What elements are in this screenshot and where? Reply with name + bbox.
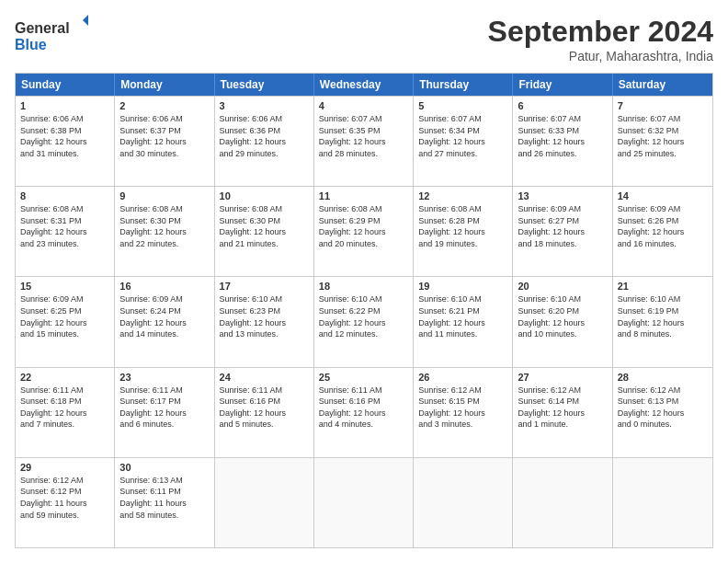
day-6: 6Sunrise: 6:07 AMSunset: 6:33 PMDaylight… [513,97,612,186]
day-number: 8 [20,190,109,201]
calendar-row-4: 29Sunrise: 6:12 AMSunset: 6:12 PMDayligh… [16,457,712,547]
day-number: 29 [20,462,109,473]
day-info: Sunrise: 6:11 AMSunset: 6:17 PMDaylight:… [119,385,209,431]
page: General Blue September 2024 Patur, Mahar… [0,0,728,563]
day-info: Sunrise: 6:10 AMSunset: 6:20 PMDaylight:… [518,293,607,339]
day-5: 5Sunrise: 6:07 AMSunset: 6:34 PMDaylight… [414,97,513,186]
day-empty [215,458,314,547]
day-number: 4 [319,100,408,111]
day-number: 16 [119,281,209,292]
day-info: Sunrise: 6:09 AMSunset: 6:25 PMDaylight:… [20,293,109,339]
day-number: 27 [518,372,607,383]
day-23: 23Sunrise: 6:11 AMSunset: 6:17 PMDayligh… [115,368,214,457]
calendar: Sunday Monday Tuesday Wednesday Thursday… [15,73,713,548]
svg-marker-2 [83,15,88,26]
day-info: Sunrise: 6:08 AMSunset: 6:30 PMDaylight:… [119,203,209,249]
day-4: 4Sunrise: 6:07 AMSunset: 6:35 PMDaylight… [314,97,414,186]
day-number: 23 [119,372,209,383]
day-number: 13 [518,190,607,201]
day-info: Sunrise: 6:08 AMSunset: 6:31 PMDaylight:… [20,203,109,249]
day-13: 13Sunrise: 6:09 AMSunset: 6:27 PMDayligh… [513,187,612,276]
day-number: 5 [418,100,507,111]
day-17: 17Sunrise: 6:10 AMSunset: 6:23 PMDayligh… [215,277,314,366]
calendar-row-1: 8Sunrise: 6:08 AMSunset: 6:31 PMDaylight… [16,186,712,276]
day-number: 12 [418,190,507,201]
day-18: 18Sunrise: 6:10 AMSunset: 6:22 PMDayligh… [314,277,414,366]
title-block: September 2024 Patur, Maharashtra, India [488,15,713,63]
logo: General Blue [15,15,88,55]
day-info: Sunrise: 6:10 AMSunset: 6:23 PMDaylight:… [220,293,309,339]
day-30: 30Sunrise: 6:13 AMSunset: 6:11 PMDayligh… [115,458,214,547]
day-number: 18 [319,281,408,292]
day-number: 26 [418,372,507,383]
day-26: 26Sunrise: 6:12 AMSunset: 6:15 PMDayligh… [414,368,513,457]
day-info: Sunrise: 6:09 AMSunset: 6:26 PMDaylight:… [618,203,708,249]
day-number: 3 [220,100,309,111]
day-number: 7 [618,100,708,111]
day-19: 19Sunrise: 6:10 AMSunset: 6:21 PMDayligh… [414,277,513,366]
day-number: 17 [220,281,309,292]
day-15: 15Sunrise: 6:09 AMSunset: 6:25 PMDayligh… [16,277,115,366]
day-24: 24Sunrise: 6:11 AMSunset: 6:16 PMDayligh… [215,368,314,457]
day-info: Sunrise: 6:10 AMSunset: 6:19 PMDaylight:… [618,293,708,339]
day-info: Sunrise: 6:08 AMSunset: 6:29 PMDaylight:… [319,203,408,249]
day-info: Sunrise: 6:10 AMSunset: 6:22 PMDaylight:… [319,293,408,339]
weekday-tuesday: Tuesday [215,74,314,96]
day-22: 22Sunrise: 6:11 AMSunset: 6:18 PMDayligh… [16,368,115,457]
calendar-row-2: 15Sunrise: 6:09 AMSunset: 6:25 PMDayligh… [16,276,712,366]
calendar-body: 1Sunrise: 6:06 AMSunset: 6:38 PMDaylight… [16,96,712,547]
day-number: 22 [20,372,109,383]
day-16: 16Sunrise: 6:09 AMSunset: 6:24 PMDayligh… [115,277,214,366]
day-number: 28 [618,372,708,383]
logo-svg: General Blue [15,15,88,55]
day-10: 10Sunrise: 6:08 AMSunset: 6:30 PMDayligh… [215,187,314,276]
day-info: Sunrise: 6:06 AMSunset: 6:36 PMDaylight:… [220,113,309,159]
day-empty [314,458,414,547]
day-info: Sunrise: 6:08 AMSunset: 6:30 PMDaylight:… [220,203,309,249]
month-title: September 2024 [488,15,713,49]
day-number: 25 [319,372,408,383]
day-number: 2 [119,100,209,111]
weekday-sunday: Sunday [16,74,115,96]
day-29: 29Sunrise: 6:12 AMSunset: 6:12 PMDayligh… [16,458,115,547]
day-number: 1 [20,100,109,111]
calendar-header: Sunday Monday Tuesday Wednesday Thursday… [16,74,712,96]
location: Patur, Maharashtra, India [488,49,713,63]
day-9: 9Sunrise: 6:08 AMSunset: 6:30 PMDaylight… [115,187,214,276]
header: General Blue September 2024 Patur, Mahar… [15,15,713,63]
day-12: 12Sunrise: 6:08 AMSunset: 6:28 PMDayligh… [414,187,513,276]
day-number: 9 [119,190,209,201]
day-info: Sunrise: 6:12 AMSunset: 6:12 PMDaylight:… [20,475,109,521]
day-info: Sunrise: 6:06 AMSunset: 6:37 PMDaylight:… [119,113,209,159]
day-1: 1Sunrise: 6:06 AMSunset: 6:38 PMDaylight… [16,97,115,186]
weekday-monday: Monday [115,74,214,96]
weekday-friday: Friday [513,74,612,96]
day-info: Sunrise: 6:09 AMSunset: 6:27 PMDaylight:… [518,203,607,249]
day-2: 2Sunrise: 6:06 AMSunset: 6:37 PMDaylight… [115,97,214,186]
day-info: Sunrise: 6:13 AMSunset: 6:11 PMDaylight:… [119,475,209,521]
day-info: Sunrise: 6:07 AMSunset: 6:35 PMDaylight:… [319,113,408,159]
day-11: 11Sunrise: 6:08 AMSunset: 6:29 PMDayligh… [314,187,414,276]
day-28: 28Sunrise: 6:12 AMSunset: 6:13 PMDayligh… [613,368,712,457]
day-number: 6 [518,100,607,111]
day-info: Sunrise: 6:12 AMSunset: 6:14 PMDaylight:… [518,385,607,431]
day-7: 7Sunrise: 6:07 AMSunset: 6:32 PMDaylight… [613,97,712,186]
day-info: Sunrise: 6:07 AMSunset: 6:32 PMDaylight:… [618,113,708,159]
day-info: Sunrise: 6:09 AMSunset: 6:24 PMDaylight:… [119,293,209,339]
day-info: Sunrise: 6:10 AMSunset: 6:21 PMDaylight:… [418,293,507,339]
day-info: Sunrise: 6:12 AMSunset: 6:13 PMDaylight:… [618,385,708,431]
day-info: Sunrise: 6:07 AMSunset: 6:33 PMDaylight:… [518,113,607,159]
day-14: 14Sunrise: 6:09 AMSunset: 6:26 PMDayligh… [613,187,712,276]
day-empty [414,458,513,547]
day-number: 20 [518,281,607,292]
day-info: Sunrise: 6:11 AMSunset: 6:16 PMDaylight:… [319,385,408,431]
day-info: Sunrise: 6:08 AMSunset: 6:28 PMDaylight:… [418,203,507,249]
day-info: Sunrise: 6:06 AMSunset: 6:38 PMDaylight:… [20,113,109,159]
day-number: 10 [220,190,309,201]
day-empty [613,458,712,547]
day-number: 30 [119,462,209,473]
svg-text:General: General [15,20,70,36]
day-number: 24 [220,372,309,383]
day-27: 27Sunrise: 6:12 AMSunset: 6:14 PMDayligh… [513,368,612,457]
calendar-row-0: 1Sunrise: 6:06 AMSunset: 6:38 PMDaylight… [16,96,712,186]
